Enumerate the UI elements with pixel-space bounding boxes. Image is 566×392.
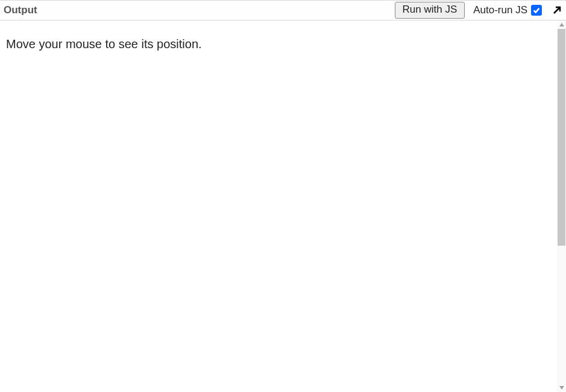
autorun-checkbox[interactable] — [531, 5, 542, 16]
output-header: Output Run with JS Auto-run JS — [0, 0, 566, 20]
run-with-js-button[interactable]: Run with JS — [395, 2, 465, 18]
check-icon — [532, 6, 541, 14]
scrollbar-track[interactable] — [557, 20, 566, 392]
scrollbar-arrow-down-icon[interactable] — [557, 384, 566, 392]
svg-marker-1 — [559, 23, 564, 26]
scrollbar-arrow-up-icon[interactable] — [557, 20, 566, 29]
output-message: Move your mouse to see its position. — [6, 37, 560, 51]
svg-marker-2 — [559, 386, 564, 390]
autorun-label: Auto-run JS — [473, 4, 527, 16]
autorun-group: Auto-run JS — [473, 4, 542, 16]
panel-title: Output — [4, 4, 37, 16]
header-controls: Run with JS Auto-run JS — [395, 2, 562, 18]
expand-icon[interactable] — [552, 5, 562, 16]
scrollbar-thumb[interactable] — [558, 29, 565, 246]
output-area: Move your mouse to see its position. — [0, 20, 566, 392]
svg-line-0 — [554, 7, 560, 13]
